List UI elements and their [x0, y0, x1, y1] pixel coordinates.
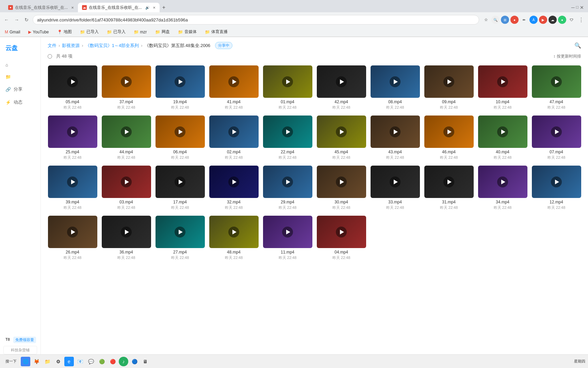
extension-icon-8[interactable]: 🛡	[568, 16, 576, 24]
bookmark-import1[interactable]: 📁 已导入	[78, 28, 101, 35]
file-item-23[interactable]: 32.mp4 昨天 22:48	[209, 166, 259, 210]
bookmark-icon[interactable]: ☆	[482, 16, 490, 24]
extension-icon-3[interactable]: ✏	[520, 16, 528, 24]
file-item-26[interactable]: 33.mp4 昨天 22:48	[370, 166, 420, 210]
file-item-28[interactable]: 34.mp4 昨天 22:48	[478, 166, 527, 210]
taskbar-app-6[interactable]: ♪	[119, 357, 128, 366]
share-badge[interactable]: 分享中	[215, 42, 232, 49]
file-item-16[interactable]: 43.mp4 昨天 22:48	[370, 116, 420, 160]
taskbar-search[interactable]: 搜一下	[3, 357, 19, 365]
file-item-8[interactable]: 10.mp4 昨天 22:48	[478, 65, 527, 110]
bookmark-mzr[interactable]: 📁 mzr	[132, 29, 149, 35]
close-btn[interactable]: ✕	[580, 5, 584, 10]
file-item-27[interactable]: 31.mp4 昨天 22:48	[424, 166, 474, 210]
taskbar-app-2[interactable]: 📧	[75, 357, 85, 366]
sidebar-item-activity[interactable]: ⚡ 动态	[0, 96, 40, 109]
taskbar-app-4[interactable]: 🟢	[97, 357, 107, 366]
file-item-35[interactable]: 04.mp4 昨天 22:48	[316, 216, 366, 260]
sidebar-ad[interactable]: 科技杂货铺	[3, 346, 37, 354]
file-item-17[interactable]: 46.mp4 昨天 22:48	[424, 116, 474, 160]
file-item-11[interactable]: 44.mp4 昨天 22:48	[101, 116, 151, 160]
file-item-13[interactable]: 02.mp4 昨天 22:48	[209, 116, 259, 160]
extension-icon-6[interactable]: ☁	[549, 16, 557, 24]
file-item-19[interactable]: 07.mp4 昨天 22:48	[532, 116, 581, 160]
sidebar-item-home[interactable]: ⌂	[0, 59, 40, 71]
file-date-31: 昨天 22:48	[117, 255, 135, 260]
file-thumb-13	[209, 116, 259, 148]
file-name-10: 25.mp4	[66, 150, 79, 154]
taskbar-app-5[interactable]: 🔴	[108, 357, 117, 366]
file-item-22[interactable]: 17.mp4 昨天 22:48	[155, 166, 205, 210]
file-item-31[interactable]: 36.mp4 昨天 22:48	[101, 216, 151, 260]
file-item-14[interactable]: 22.mp4 昨天 22:48	[263, 116, 312, 160]
bookmark-netdisk[interactable]: 📁 网盘	[153, 28, 172, 35]
sidebar-tab-free[interactable]: 免费领容量	[13, 337, 36, 343]
tab-inactive-1[interactable]: ● 在线音乐_在线音乐收听_在... ✕	[4, 3, 78, 12]
search-extension-icon[interactable]: 🔍	[491, 16, 500, 24]
breadcrumb-series[interactable]: 《数码宝贝》1～4部全系列	[85, 43, 139, 49]
taskbar-app-8[interactable]: 🖥	[141, 357, 150, 366]
file-item-2[interactable]: 19.mp4 昨天 22:48	[155, 65, 205, 110]
extension-icon-1[interactable]: ⊞	[501, 16, 509, 24]
bookmark-sports[interactable]: 📁 体育直播	[203, 28, 230, 35]
bookmark-import2[interactable]: 📁 已导入	[105, 28, 128, 35]
sidebar-item-share[interactable]: 🔗 分享	[0, 83, 40, 96]
taskbar-app-firefox[interactable]: 🦊	[32, 357, 41, 366]
minimize-btn[interactable]: ─	[571, 5, 575, 10]
tab-close-2[interactable]: ✕	[153, 6, 156, 10]
back-button[interactable]: ←	[3, 16, 10, 24]
file-item-25[interactable]: 30.mp4 昨天 22:48	[316, 166, 366, 210]
file-item-24[interactable]: 29.mp4 昨天 22:48	[263, 166, 312, 210]
extension-icon-2[interactable]: ●	[510, 16, 519, 24]
bookmark-gmail-label: Gmail	[10, 30, 20, 34]
file-item-33[interactable]: 48.mp4 昨天 22:48	[209, 216, 259, 260]
bookmark-youtube[interactable]: ▶ YouTube	[26, 29, 51, 35]
menu-icon[interactable]: ⋮	[577, 16, 585, 24]
file-item-15[interactable]: 45.mp4 昨天 22:48	[316, 116, 366, 160]
file-item-12[interactable]: 06.mp4 昨天 22:48	[155, 116, 205, 160]
forward-button[interactable]: →	[13, 16, 20, 24]
file-item-1[interactable]: 37.mp4 昨天 22:48	[101, 65, 151, 110]
breadcrumb-media[interactable]: 影视资源	[62, 43, 80, 49]
extension-icon-7[interactable]: ●	[558, 16, 566, 24]
new-tab-button[interactable]: +	[160, 4, 168, 11]
file-item-7[interactable]: 09.mp4 昨天 22:48	[424, 65, 474, 110]
taskbar-app-browser[interactable]: 🌐	[21, 357, 30, 366]
taskbar-app-3[interactable]: 💬	[86, 357, 96, 366]
file-item-4[interactable]: 01.mp4 昨天 22:48	[263, 65, 312, 110]
bookmark-gmail[interactable]: M Gmail	[3, 29, 22, 35]
taskbar-app-7[interactable]: 🔵	[130, 357, 139, 366]
select-all-radio[interactable]	[48, 54, 52, 59]
file-item-18[interactable]: 40.mp4 昨天 22:48	[478, 116, 527, 160]
file-item-9[interactable]: 47.mp4 昨天 22:48	[532, 65, 581, 110]
file-item-5[interactable]: 42.mp4 昨天 22:48	[316, 65, 366, 110]
file-item-0[interactable]: 05.mp4 昨天 22:48	[48, 65, 97, 110]
tab-active-2[interactable]: ☁ 在线音乐_在线音乐收听_在... 🔊 ✕	[78, 3, 159, 12]
file-item-21[interactable]: 03.mp4 昨天 22:48	[101, 166, 151, 210]
tab-close-1[interactable]: ✕	[71, 6, 74, 10]
file-item-32[interactable]: 27.mp4 昨天 22:48	[155, 216, 205, 260]
file-item-20[interactable]: 39.mp4 昨天 22:48	[48, 166, 97, 210]
taskbar-app-files[interactable]: 📁	[43, 357, 52, 366]
refresh-button[interactable]: ↻	[23, 16, 30, 24]
file-item-34[interactable]: 11.mp4 昨天 22:48	[263, 216, 312, 260]
taskbar-app-1[interactable]: e	[64, 357, 74, 366]
sidebar-item-files[interactable]: 📁	[0, 71, 40, 83]
extension-icon-5[interactable]: ▶	[539, 16, 547, 24]
file-item-3[interactable]: 41.mp4 昨天 22:48	[209, 65, 259, 110]
maximize-btn[interactable]: □	[576, 5, 578, 10]
address-input[interactable]	[33, 15, 479, 25]
extension-icon-4[interactable]: A	[529, 16, 538, 24]
breadcrumb-files[interactable]: 文件	[48, 43, 56, 49]
file-item-10[interactable]: 25.mp4 昨天 22:48	[48, 116, 97, 160]
file-item-29[interactable]: 12.mp4 昨天 22:48	[532, 166, 581, 210]
search-icon-top[interactable]: 🔍	[574, 42, 581, 49]
bookmark-media[interactable]: 📁 音媒体	[176, 28, 199, 35]
bookmark-maps[interactable]: 📍 地图	[55, 28, 74, 35]
sidebar-tab-t8[interactable]: T8	[3, 337, 12, 343]
sort-button[interactable]: ↕ 按更新时间排	[553, 53, 581, 59]
file-thumb-31	[102, 216, 151, 248]
file-item-6[interactable]: 08.mp4 昨天 22:48	[370, 65, 420, 110]
taskbar-app-settings[interactable]: ⚙	[53, 357, 63, 366]
file-item-30[interactable]: 26.mp4 昨天 22:48	[48, 216, 97, 260]
